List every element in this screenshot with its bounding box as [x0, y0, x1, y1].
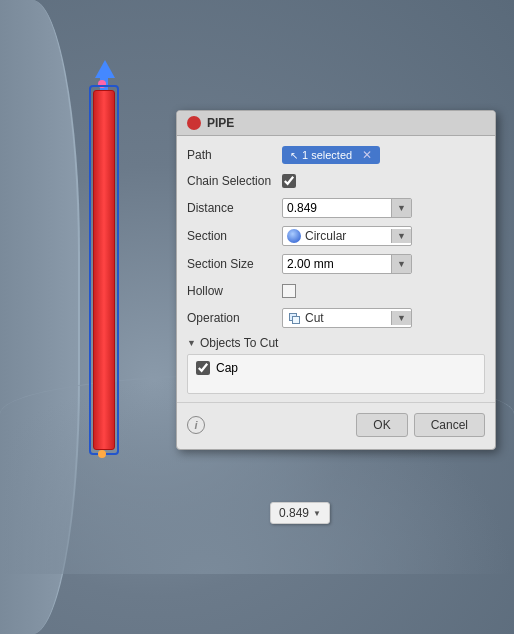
cancel-button[interactable]: Cancel [414, 413, 485, 437]
operation-dropdown-arrow[interactable]: ▼ [391, 311, 411, 325]
hollow-checkbox[interactable] [282, 284, 296, 298]
pipe-endpoint-bottom [98, 450, 106, 458]
distance-row: Distance ▼ [177, 194, 495, 222]
objects-to-cut-header: ▼ Objects To Cut [187, 336, 485, 350]
section-circle-icon [287, 229, 301, 243]
hollow-label: Hollow [187, 284, 282, 298]
section-size-input[interactable] [283, 255, 391, 273]
footer-buttons: OK Cancel [356, 413, 485, 437]
objects-to-cut-section: ▼ Objects To Cut Cap [177, 332, 495, 398]
section-size-label: Section Size [187, 257, 282, 271]
path-selected-badge[interactable]: ↖ 1 selected ✕ [282, 146, 380, 164]
operation-cut-icon [287, 311, 301, 325]
chain-selection-checkbox[interactable] [282, 174, 296, 188]
path-label: Path [187, 148, 282, 162]
dialog-title: PIPE [207, 116, 234, 130]
section-control: Circular ▼ [282, 226, 485, 246]
dialog-footer: i OK Cancel [177, 407, 495, 443]
section-dropdown[interactable]: Circular ▼ [282, 226, 412, 246]
objects-to-cut-body: Cap [187, 354, 485, 394]
section-size-input-wrapper: ▼ [282, 254, 412, 274]
value-indicator-dropdown[interactable]: ▼ [313, 509, 321, 518]
dialog-header-icon [187, 116, 201, 130]
chain-selection-control [282, 174, 485, 188]
section-value: Circular [305, 229, 387, 243]
value-indicator-text: 0.849 [279, 506, 309, 520]
section-size-control: ▼ [282, 254, 485, 274]
chain-selection-row: Chain Selection [177, 168, 495, 194]
operation-label: Operation [187, 311, 282, 325]
distance-input-wrapper: ▼ [282, 198, 412, 218]
chain-selection-label: Chain Selection [187, 174, 282, 188]
cap-row: Cap [196, 361, 476, 375]
pipe-dialog: PIPE Path ↖ 1 selected ✕ Chain Selection… [176, 110, 496, 450]
hollow-row: Hollow [177, 278, 495, 304]
ok-button[interactable]: OK [356, 413, 407, 437]
cursor-icon: ↖ [290, 150, 298, 161]
path-clear-button[interactable]: ✕ [362, 148, 372, 162]
cap-checkbox[interactable] [196, 361, 210, 375]
operation-control: Cut ▼ [282, 308, 485, 328]
dialog-header: PIPE [177, 111, 495, 136]
info-button[interactable]: i [187, 416, 205, 434]
footer-divider [177, 402, 495, 403]
cap-label: Cap [216, 361, 238, 375]
distance-control: ▼ [282, 198, 485, 218]
operation-dropdown[interactable]: Cut ▼ [282, 308, 412, 328]
section-label: Section [187, 229, 282, 243]
dialog-body: Path ↖ 1 selected ✕ Chain Selection Dist… [177, 136, 495, 449]
distance-label: Distance [187, 201, 282, 215]
operation-value: Cut [305, 311, 387, 325]
collapse-triangle-icon[interactable]: ▼ [187, 338, 196, 348]
pipe-body [93, 90, 115, 450]
section-row: Section Circular ▼ [177, 222, 495, 250]
distance-input[interactable] [283, 199, 391, 217]
section-size-row: Section Size ▼ [177, 250, 495, 278]
path-row: Path ↖ 1 selected ✕ [177, 142, 495, 168]
operation-row: Operation Cut ▼ [177, 304, 495, 332]
pipe-object [85, 30, 125, 450]
path-selected-text: 1 selected [302, 149, 352, 161]
distance-dropdown-arrow[interactable]: ▼ [391, 199, 411, 217]
hollow-control [282, 284, 485, 298]
section-dropdown-arrow[interactable]: ▼ [391, 229, 411, 243]
path-control: ↖ 1 selected ✕ [282, 146, 485, 164]
objects-to-cut-title: Objects To Cut [200, 336, 278, 350]
section-size-dropdown-arrow[interactable]: ▼ [391, 255, 411, 273]
value-indicator: 0.849 ▼ [270, 502, 330, 524]
